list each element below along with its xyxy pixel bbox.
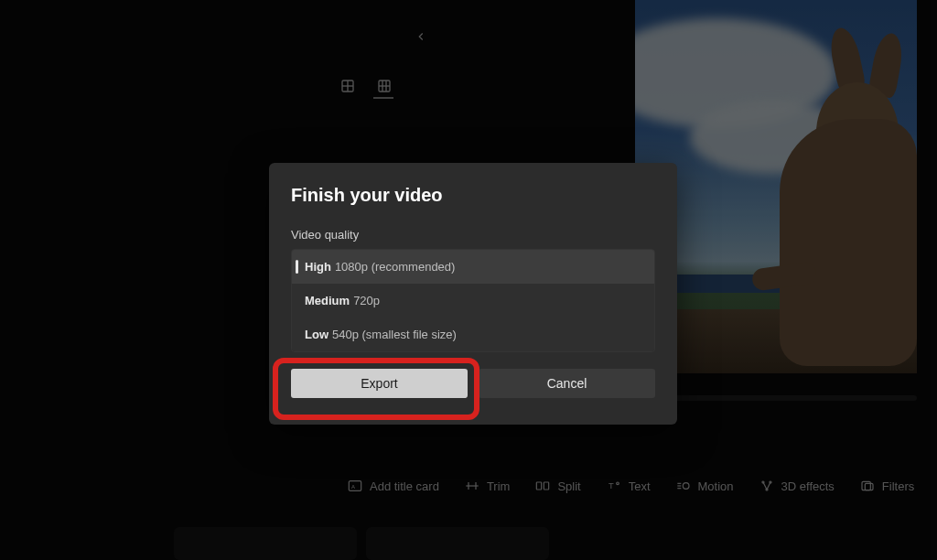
motion-label: Motion: [698, 479, 734, 493]
svg-text:T: T: [609, 481, 614, 490]
quality-option-label: Medium: [305, 294, 350, 307]
video-quality-label: Video quality: [291, 228, 655, 242]
storyboard-clips: [174, 527, 549, 560]
quality-option-low[interactable]: Low 540p (smallest file size): [292, 318, 654, 351]
clip-thumb[interactable]: [366, 527, 549, 560]
split-label: Split: [557, 479, 580, 493]
quality-options: High 1080p (recommended) Medium 720p Low…: [291, 249, 655, 352]
svg-point-15: [616, 482, 619, 485]
motion-button[interactable]: Motion: [676, 479, 734, 493]
add-title-card-label: Add title card: [370, 479, 439, 493]
add-title-card-button[interactable]: A Add title card: [348, 479, 439, 493]
split-button[interactable]: Split: [535, 479, 580, 493]
quality-option-detail: 720p: [353, 294, 380, 307]
filters-button[interactable]: Filters: [860, 479, 914, 493]
svg-point-16: [683, 483, 689, 490]
storyboard-toolbar: A Add title card Trim Split T Text Motio…: [348, 476, 937, 496]
text-label: Text: [629, 479, 651, 493]
quality-option-detail: 540p (smallest file size): [332, 328, 457, 341]
layout-single-icon[interactable]: [339, 77, 357, 95]
3d-effects-label: 3D effects: [781, 479, 835, 493]
layout-grid-icon[interactable]: [375, 77, 393, 95]
trim-button[interactable]: Trim: [465, 479, 511, 493]
dialog-title: Finish your video: [291, 185, 655, 206]
preview-subject: [743, 27, 917, 366]
layout-active-underline: [373, 97, 393, 99]
quality-option-label: High: [305, 260, 331, 274]
dialog-button-row: Export Cancel: [291, 369, 655, 398]
quality-option-high[interactable]: High 1080p (recommended): [292, 250, 654, 284]
clip-thumb[interactable]: [174, 527, 357, 560]
quality-option-label: Low: [305, 328, 328, 341]
export-dialog: Finish your video Video quality High 108…: [269, 163, 677, 425]
video-editor-app: A Add title card Trim Split T Text Motio…: [0, 0, 937, 560]
quality-option-medium[interactable]: Medium 720p: [292, 284, 654, 318]
svg-text:A: A: [351, 484, 355, 490]
filters-label: Filters: [882, 479, 914, 493]
svg-rect-12: [537, 482, 542, 490]
video-preview: [635, 0, 917, 373]
cancel-button[interactable]: Cancel: [479, 369, 655, 398]
3d-effects-button[interactable]: 3D effects: [759, 479, 835, 493]
svg-rect-13: [544, 482, 549, 490]
trim-label: Trim: [487, 479, 511, 493]
export-button[interactable]: Export: [291, 369, 468, 398]
back-button[interactable]: [410, 26, 432, 48]
svg-rect-24: [865, 483, 873, 490]
timeline-track[interactable]: [659, 395, 917, 401]
quality-option-detail: 1080p (recommended): [335, 260, 456, 274]
text-button[interactable]: T Text: [607, 479, 651, 493]
layout-toggle-group: [339, 77, 393, 95]
